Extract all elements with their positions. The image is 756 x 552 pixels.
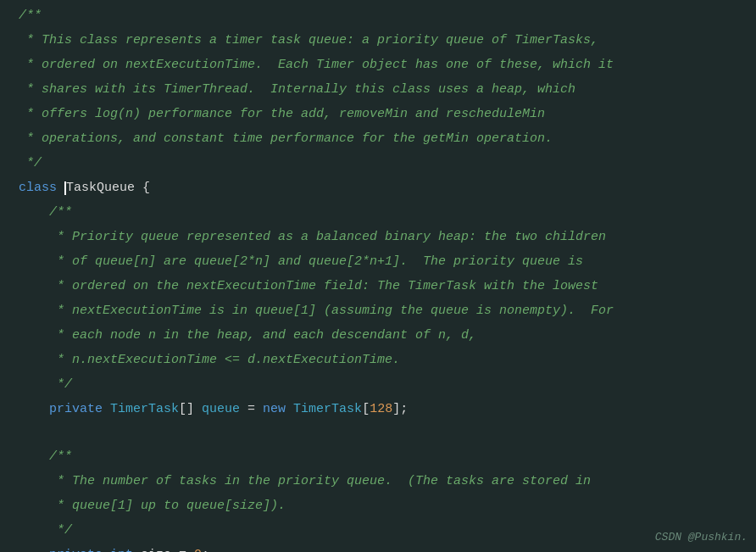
- code-token: */: [19, 156, 42, 170]
- code-token: {: [135, 181, 150, 195]
- code-line: * Priority queue represented as a balanc…: [0, 225, 756, 249]
- code-line: * ordered on nextExecutionTime. Each Tim…: [0, 53, 756, 77]
- code-token: size =: [133, 548, 194, 552]
- line-content[interactable]: /**: [10, 201, 756, 224]
- code-line: * of queue[n] are queue[2*n] and queue[2…: [0, 249, 756, 274]
- line-content[interactable]: */: [10, 152, 756, 175]
- code-line: /**: [0, 3, 756, 28]
- code-token: /**: [19, 449, 72, 464]
- line-content[interactable]: * queue[1] up to queue[size]).: [10, 494, 756, 517]
- line-content[interactable]: * This class represents a timer task que…: [10, 29, 756, 52]
- code-token: * nextExecutionTime is in queue[1] (assu…: [19, 304, 614, 318]
- code-token: * This class represents a timer task que…: [19, 33, 598, 47]
- code-token: queue: [202, 402, 240, 416]
- code-token: TimerTask: [110, 402, 179, 416]
- code-line: * offers log(n) performance for the add,…: [0, 102, 756, 126]
- code-token: []: [179, 402, 202, 416]
- code-token: */: [19, 523, 72, 538]
- code-token: =: [240, 402, 263, 416]
- code-token: * offers log(n) performance for the add,…: [19, 107, 545, 121]
- line-content[interactable]: /**: [10, 445, 756, 468]
- code-token: TimerTask: [293, 402, 362, 416]
- code-line: * queue[1] up to queue[size]).: [0, 493, 756, 518]
- line-content[interactable]: * nextExecutionTime is in queue[1] (assu…: [10, 299, 756, 322]
- code-line: * The number of tasks in the priority qu…: [0, 469, 756, 493]
- code-token: * The number of tasks in the priority qu…: [19, 474, 591, 488]
- line-content[interactable]: * ordered on the nextExecutionTime field…: [10, 275, 756, 298]
- code-token: ];: [392, 402, 408, 416]
- line-content[interactable]: * operations, and constant time performa…: [10, 127, 756, 150]
- code-line: * each node n in the heap, and each desc…: [0, 323, 756, 348]
- code-token: * n.nextExecutionTime <= d.nextExecution…: [19, 353, 400, 367]
- line-content[interactable]: /**: [10, 4, 756, 27]
- code-line: * n.nextExecutionTime <= d.nextExecution…: [0, 348, 756, 372]
- code-token: * ordered on the nextExecutionTime field…: [19, 279, 598, 293]
- code-token: * operations, and constant time performa…: [19, 131, 553, 146]
- code-line: * ordered on the nextExecutionTime field…: [0, 274, 756, 298]
- code-token: /**: [19, 8, 42, 23]
- line-content[interactable]: private TimerTask[] queue = new TimerTas…: [10, 398, 756, 421]
- code-line: * This class represents a timer task que…: [0, 28, 756, 53]
- code-line: [0, 421, 756, 444]
- code-line: private int size = 0;: [0, 543, 756, 552]
- code-token: * each node n in the heap, and each desc…: [19, 328, 476, 343]
- line-content[interactable]: * shares with its TimerThread. Internall…: [10, 78, 756, 101]
- code-line: */: [0, 518, 756, 543]
- code-token: * Priority queue represented as a balanc…: [19, 230, 606, 244]
- code-token: 128: [370, 402, 392, 416]
- code-line: class TaskQueue {: [0, 176, 756, 200]
- line-content[interactable]: * Priority queue represented as a balanc…: [10, 226, 756, 248]
- code-token: int: [110, 548, 133, 552]
- code-line: /**: [0, 444, 756, 469]
- code-token: class: [19, 181, 64, 195]
- code-line: /**: [0, 200, 756, 225]
- line-content[interactable]: private int size = 0;: [10, 544, 756, 552]
- code-token: * ordered on nextExecutionTime. Each Tim…: [19, 58, 614, 72]
- line-content[interactable]: * ordered on nextExecutionTime. Each Tim…: [10, 53, 756, 76]
- line-content[interactable]: * of queue[n] are queue[2*n] and queue[2…: [10, 250, 756, 273]
- code-line: */: [0, 151, 756, 176]
- code-token: 0: [194, 548, 202, 552]
- code-line: */: [0, 372, 756, 397]
- code-line: * shares with its TimerThread. Internall…: [0, 77, 756, 102]
- code-line: * nextExecutionTime is in queue[1] (assu…: [0, 298, 756, 323]
- code-line: * operations, and constant time performa…: [0, 126, 756, 151]
- line-content[interactable]: class TaskQueue {: [10, 176, 756, 199]
- line-content[interactable]: * each node n in the heap, and each desc…: [10, 324, 756, 347]
- code-token: TaskQueue: [66, 181, 135, 195]
- line-content[interactable]: * The number of tasks in the priority qu…: [10, 470, 756, 493]
- code-editor: /** * This class represents a timer task…: [0, 0, 756, 552]
- line-content[interactable]: */: [10, 519, 756, 542]
- code-token: */: [19, 377, 72, 392]
- line-content[interactable]: * n.nextExecutionTime <= d.nextExecution…: [10, 348, 756, 371]
- code-token: * shares with its TimerThread. Internall…: [19, 82, 575, 97]
- code-line: private TimerTask[] queue = new TimerTas…: [0, 397, 756, 421]
- code-token: * of queue[n] are queue[2*n] and queue[2…: [19, 254, 583, 269]
- code-token: ;: [202, 548, 209, 552]
- code-token: private: [19, 402, 110, 416]
- code-token: new: [263, 402, 293, 416]
- code-token: [: [362, 402, 370, 416]
- watermark: CSDN @Pushkin.: [655, 531, 748, 544]
- code-token: * queue[1] up to queue[size]).: [19, 499, 286, 513]
- code-token: private: [19, 548, 110, 552]
- line-content[interactable]: * offers log(n) performance for the add,…: [10, 103, 756, 125]
- code-token: /**: [19, 205, 72, 220]
- line-content[interactable]: */: [10, 373, 756, 396]
